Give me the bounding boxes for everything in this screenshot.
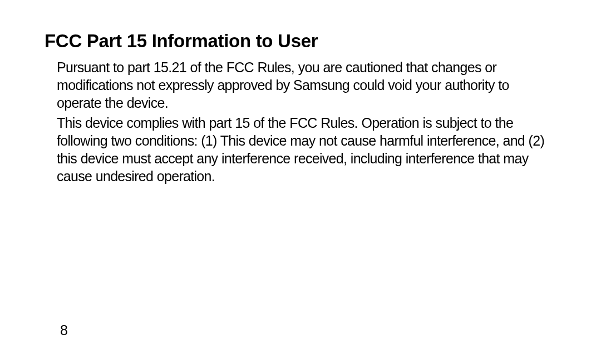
body-text-container: Pursuant to part 15.21 of the FCC Rules,…: [45, 58, 556, 185]
paragraph-2: This device complies with part 15 of the…: [57, 114, 555, 185]
page-number: 8: [60, 322, 67, 338]
document-page: FCC Part 15 Information to User Pursuant…: [0, 0, 601, 185]
paragraph-1: Pursuant to part 15.21 of the FCC Rules,…: [57, 58, 555, 112]
section-heading: FCC Part 15 Information to User: [45, 31, 556, 52]
